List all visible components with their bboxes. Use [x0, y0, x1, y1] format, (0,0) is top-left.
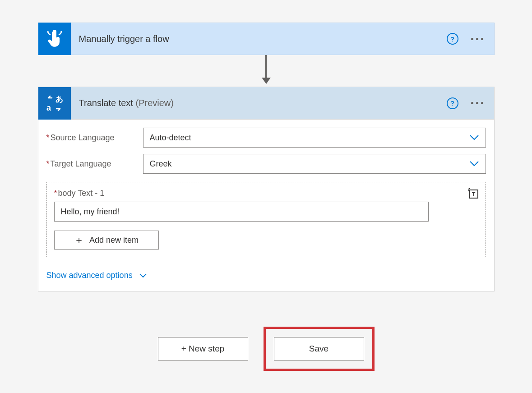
svg-text:a: a	[46, 103, 51, 112]
more-menu-icon[interactable]	[471, 102, 483, 104]
new-step-button[interactable]: + New step	[158, 337, 248, 361]
action-title-text: Translate text	[79, 98, 133, 108]
plus-icon: ＋	[74, 233, 84, 247]
add-item-label: Add new item	[89, 236, 139, 245]
body-text-group: *body Text - 1 T ＋ Add new item	[46, 182, 486, 257]
action-card: あ a Translate text (Preview) ? *Source L…	[38, 87, 495, 291]
source-language-select[interactable]: Auto-detect	[143, 128, 486, 148]
flow-connector	[38, 55, 495, 87]
chevron-down-icon	[469, 161, 479, 167]
svg-text:あ: あ	[56, 95, 63, 103]
source-language-row: *Source Language Auto-detect	[46, 128, 486, 148]
show-advanced-options[interactable]: Show advanced options	[38, 262, 494, 291]
source-language-value: Auto-detect	[150, 133, 191, 143]
chevron-down-icon	[469, 134, 479, 141]
target-language-select[interactable]: Greek	[143, 154, 486, 174]
translator-icon: あ a	[38, 87, 71, 120]
action-title: Translate text (Preview)	[79, 98, 174, 108]
body-text-label: *body Text - 1	[54, 189, 478, 198]
add-new-item-button[interactable]: ＋ Add new item	[54, 231, 159, 250]
body-text-input[interactable]	[54, 202, 429, 222]
target-language-label: *Target Language	[46, 159, 143, 169]
svg-text:T: T	[472, 191, 476, 198]
chevron-down-icon	[139, 273, 147, 278]
save-button[interactable]: Save	[274, 337, 364, 361]
dynamic-content-icon[interactable]: T	[467, 188, 479, 201]
advanced-options-label: Show advanced options	[46, 271, 133, 280]
source-language-label: *Source Language	[46, 133, 143, 143]
save-highlight-box: Save	[264, 327, 375, 371]
target-language-value: Greek	[150, 159, 172, 169]
trigger-title: Manually trigger a flow	[79, 34, 169, 44]
manual-trigger-icon	[38, 23, 71, 55]
preview-tag: (Preview)	[135, 98, 173, 108]
help-icon[interactable]: ?	[447, 97, 458, 109]
footer-actions: + New step Save	[38, 327, 495, 371]
help-icon[interactable]: ?	[447, 33, 458, 45]
target-language-row: *Target Language Greek	[46, 154, 486, 174]
trigger-card[interactable]: Manually trigger a flow ?	[38, 23, 495, 55]
action-header[interactable]: あ a Translate text (Preview) ?	[38, 87, 494, 120]
more-menu-icon[interactable]	[471, 38, 483, 40]
